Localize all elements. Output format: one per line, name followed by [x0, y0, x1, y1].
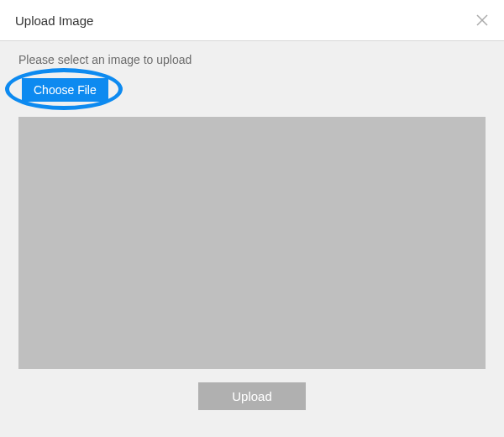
choose-file-wrap: Choose File: [22, 78, 108, 102]
upload-image-modal: Upload Image Please select an image to u…: [0, 0, 504, 437]
choose-file-button[interactable]: Choose File: [22, 78, 108, 102]
upload-button[interactable]: Upload: [198, 382, 306, 410]
modal-header: Upload Image: [0, 0, 504, 41]
close-button[interactable]: [474, 12, 491, 29]
upload-row: Upload: [18, 382, 486, 410]
instruction-text: Please select an image to upload: [18, 53, 486, 66]
modal-body: Please select an image to upload Choose …: [0, 41, 504, 410]
image-preview-area: [18, 117, 486, 369]
close-icon: [475, 13, 489, 27]
modal-title: Upload Image: [15, 13, 93, 28]
